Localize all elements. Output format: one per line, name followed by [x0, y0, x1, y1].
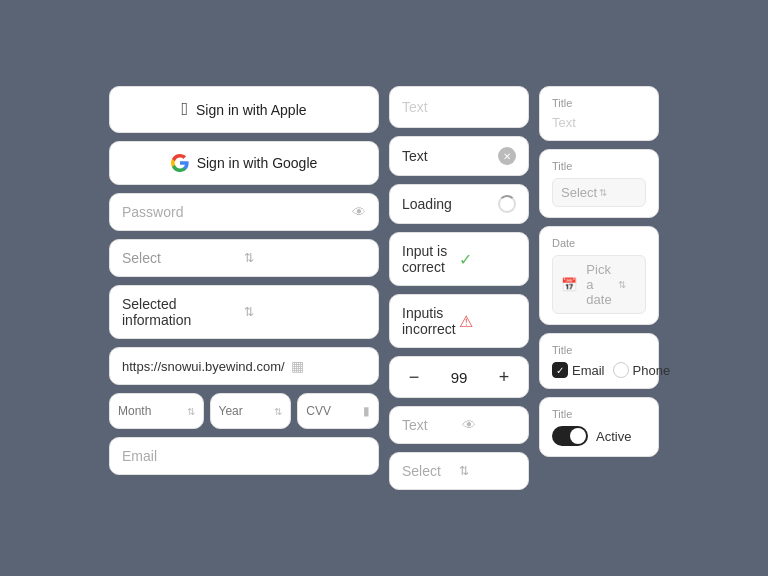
text2-placeholder: Text [402, 417, 456, 433]
apple-icon:  [181, 99, 188, 120]
chevron-updown-date: ⇅ [618, 279, 637, 290]
mid-select-placeholder: Select [402, 463, 459, 479]
number-stepper[interactable]: − 99 + [389, 356, 529, 398]
incorrect-label: Inputis incorrect [402, 305, 459, 337]
date-placeholder: Pick a date [586, 262, 611, 307]
card1-text: Text [552, 115, 646, 130]
toggle-switch[interactable] [552, 426, 588, 446]
selected-info-dropdown[interactable]: Selected information ⇅ [109, 285, 379, 339]
text-placeholder-field[interactable]: Text [389, 86, 529, 128]
year-input[interactable]: ⇅ [210, 393, 292, 429]
right-card-checkbox: Title Email Phone [539, 333, 659, 389]
password-input-row[interactable]: 👁 [109, 193, 379, 231]
chevron-updown-year: ⇅ [274, 406, 282, 417]
chevron-updown-month: ⇅ [187, 406, 195, 417]
increment-button[interactable]: + [492, 365, 516, 389]
text-filled-value: Text [402, 148, 498, 164]
phone-radio[interactable] [613, 362, 629, 378]
decrement-button[interactable]: − [402, 365, 426, 389]
middle-column: Text Text ✕ Loading Input is correct ✓ I… [389, 86, 529, 490]
selected-info-label: Selected information [122, 296, 244, 328]
chevron-up-down-icon2: ⇅ [244, 305, 366, 319]
right-card-toggle: Title Active [539, 397, 659, 457]
phone-checkbox-label: Phone [633, 363, 671, 378]
email-input-row[interactable] [109, 437, 379, 475]
signin-google-button[interactable]: Sign in with Google [109, 141, 379, 185]
phone-checkbox-item[interactable]: Phone [613, 362, 671, 378]
email-checkbox-item[interactable]: Email [552, 362, 605, 378]
right-card-title-select: Title Select ⇅ [539, 149, 659, 218]
url-input-row[interactable]: https://snowui.byewind.com/ ▦ [109, 347, 379, 385]
url-value: https://snowui.byewind.com/ [122, 359, 285, 374]
chevron-updown-card2: ⇅ [599, 187, 637, 198]
month-input[interactable]: ⇅ [109, 393, 204, 429]
right-column: Title Text Title Select ⇅ Date 📅 Pick a … [539, 86, 659, 490]
card3-title: Date [552, 237, 646, 249]
card4-title: Title [552, 344, 646, 356]
card2-select-placeholder: Select [561, 185, 599, 200]
password-input[interactable] [122, 204, 346, 220]
toggle-label: Active [596, 429, 631, 444]
calendar-icon: 📅 [561, 277, 580, 292]
checkmark-icon: ✓ [459, 250, 516, 269]
clear-button[interactable]: ✕ [498, 147, 516, 165]
toggle-row: Active [552, 426, 646, 446]
card5-title: Title [552, 408, 646, 420]
stepper-value: 99 [426, 369, 492, 386]
loading-field: Loading [389, 184, 529, 224]
checkbox-group: Email Phone [552, 362, 646, 378]
correct-input-field: Input is correct ✓ [389, 232, 529, 286]
signin-apple-button[interactable]:  Sign in with Apple [109, 86, 379, 133]
chevron-up-down-icon: ⇅ [244, 251, 366, 265]
text-filled-field[interactable]: Text ✕ [389, 136, 529, 176]
card2-title: Title [552, 160, 646, 172]
text-placeholder-label: Text [402, 99, 428, 115]
month-field[interactable] [118, 404, 183, 418]
right-card-date: Date 📅 Pick a date ⇅ [539, 226, 659, 325]
card1-title: Title [552, 97, 646, 109]
eye-icon2[interactable]: 👁 [462, 417, 516, 433]
mid-select-dropdown[interactable]: Select ⇅ [389, 452, 529, 490]
select-dropdown[interactable]: Select ⇅ [109, 239, 379, 277]
chevron-updown-mid: ⇅ [459, 464, 516, 478]
date-picker[interactable]: 📅 Pick a date ⇅ [552, 255, 646, 314]
card2-select[interactable]: Select ⇅ [552, 178, 646, 207]
eye-icon[interactable]: 👁 [352, 204, 366, 220]
email-checkbox[interactable] [552, 362, 568, 378]
card-payment-row: ⇅ ⇅ ▮ [109, 393, 379, 429]
cvv-input[interactable]: ▮ [297, 393, 379, 429]
text-eye-field[interactable]: Text 👁 [389, 406, 529, 444]
year-field[interactable] [219, 404, 271, 418]
google-icon [171, 154, 189, 172]
loading-label: Loading [402, 196, 498, 212]
email-input[interactable] [122, 448, 366, 464]
select-placeholder: Select [122, 250, 244, 266]
signin-apple-label: Sign in with Apple [196, 102, 307, 118]
cvv-field[interactable] [306, 404, 359, 418]
warning-icon: ⚠ [459, 312, 516, 331]
card-icon: ▮ [363, 404, 370, 418]
copy-icon[interactable]: ▦ [291, 358, 366, 374]
left-column:  Sign in with Apple Sign in with Google… [109, 86, 379, 490]
incorrect-input-field: Inputis incorrect ⚠ [389, 294, 529, 348]
loading-spinner [498, 195, 516, 213]
signin-google-label: Sign in with Google [197, 155, 318, 171]
correct-label: Input is correct [402, 243, 459, 275]
right-card-title-text: Title Text [539, 86, 659, 141]
email-checkbox-label: Email [572, 363, 605, 378]
